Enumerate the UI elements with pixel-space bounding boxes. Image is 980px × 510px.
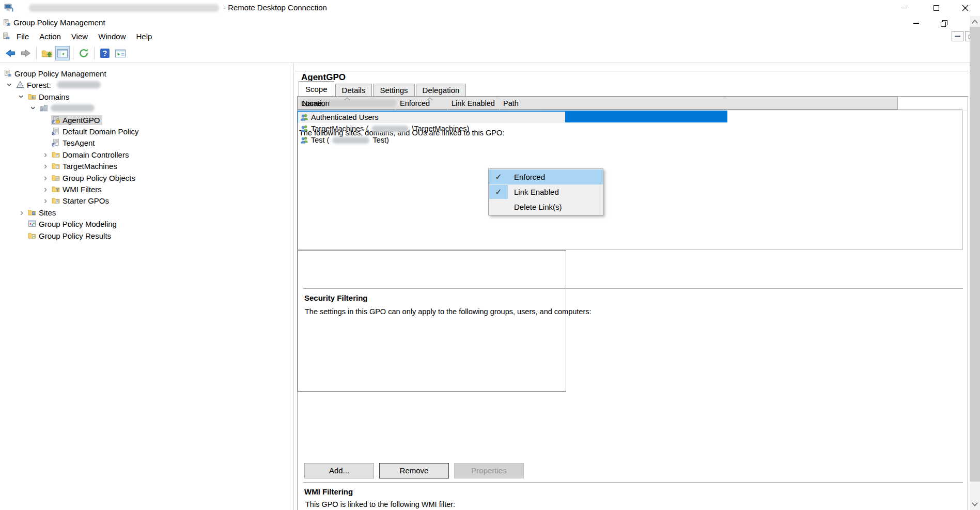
pane-splitter[interactable] [293,63,294,510]
back-button[interactable] [3,46,18,60]
gpmc-restore-button[interactable] [936,18,952,29]
show-console-tree-button[interactable] [55,46,70,60]
users-icon [300,125,308,133]
menu-file[interactable]: File [11,30,34,42]
rdp-maximize-button[interactable] [927,1,945,16]
restore-icon [941,20,947,26]
checked-gutter: ✓ [489,185,508,199]
gutter [489,200,508,214]
menu-view[interactable]: View [66,30,93,42]
refresh-button[interactable] [76,46,91,60]
scroll-down-icon[interactable] [972,502,978,506]
tree-item-starter-gpos[interactable]: Starter GPOs [0,195,292,206]
rdp-titlebar: - Remote Desktop Connection [0,0,980,16]
rdp-close-button[interactable] [956,1,974,16]
tree-expander-open-icon[interactable] [16,91,27,102]
tree-item-group-policy-management[interactable]: Group Policy Management [0,68,292,79]
remove-button[interactable]: Remove [379,463,449,478]
tree-item-targetmachines[interactable]: TargetMachines [0,160,292,172]
gpmc-icon [4,69,12,78]
tab-strip: ScopeDetailsSettingsDelegation [299,82,467,96]
tree-item-redacted-domain[interactable] [0,102,292,114]
tab-details[interactable]: Details [335,84,372,96]
security-row[interactable]: Authenticated Users [298,112,565,123]
menu-help[interactable]: Help [131,30,157,42]
menu-window[interactable]: Window [93,30,131,42]
rdp-vertical-scrollbar[interactable] [970,16,980,510]
context-menu-item-link-enabled[interactable]: ✓Link Enabled [489,184,603,199]
ou-icon [52,162,60,170]
tree-item-label: Forest: [27,81,51,89]
tree-item-forest[interactable]: Forest: [0,79,292,90]
tree-expander-closed-icon[interactable] [40,195,51,206]
tree-item-domain-controllers[interactable]: Domain Controllers [0,149,292,160]
console-child-icon [2,32,10,40]
rdp-title: - Remote Desktop Connection [223,3,327,12]
tree-item-label: TargetMachines [63,162,117,171]
gpmc-app-icon [3,19,11,27]
tree-item-label: TesAgent [63,138,95,147]
tree-item-group-policy-objects[interactable]: Group Policy Objects [0,172,292,183]
domains-icon [28,92,36,101]
forward-button[interactable] [19,46,33,60]
security-table-header[interactable]: Name [298,97,968,111]
scrollbar-thumb[interactable] [970,27,980,482]
starter-icon [52,196,60,205]
tree-expander-closed-icon[interactable] [40,172,51,183]
expander-placeholder [16,218,27,229]
tree-expander-closed-icon[interactable] [16,207,27,218]
context-menu-item-enforced[interactable]: ✓Enforced [489,169,603,184]
security-column-name: Name [302,99,322,107]
tree-item-wmi-filters[interactable]: WMI Filters [0,183,292,195]
tree-item-sites[interactable]: Sites [0,207,292,218]
tree-node: AgentGPO [51,115,102,125]
tree-expander-open-icon[interactable] [28,102,39,114]
scroll-up-icon[interactable] [972,20,978,24]
security-row-name: TargetMachines ( [311,125,368,133]
tab-delegation[interactable]: Delegation [416,84,466,96]
tree-item-group-policy-modeling[interactable]: Group Policy Modeling [0,218,292,229]
users-icon [300,136,308,144]
tree-item-tesagent[interactable]: TesAgent [0,137,292,148]
tab-settings[interactable]: Settings [373,84,414,96]
expander-placeholder [40,137,51,148]
child-minimize-button[interactable] [952,31,963,41]
tree-expander-closed-icon[interactable] [40,183,51,195]
new-window-button[interactable] [113,46,128,60]
security-row-name-suffix: Test) [372,136,388,144]
gpmc-minimize-button[interactable] [908,18,924,29]
help-button[interactable]: ? [98,46,112,60]
tree-expander-open-icon[interactable] [4,79,15,90]
wmi-filtering-heading: WMI Filtering [304,487,353,496]
add-button[interactable]: Add... [304,463,374,478]
sites-icon [28,208,36,217]
tree-item-label: Group Policy Results [39,231,111,240]
security-row[interactable]: Test (Test) [298,134,565,146]
tree-item-label: Domain Controllers [63,150,129,159]
tree-node: WMI Filters [51,184,104,194]
tree-item-default-domain-policy[interactable]: Default Domain Policy [0,126,292,137]
tree-expander-closed-icon[interactable] [40,160,51,172]
tree-item-label: Domains [39,92,69,101]
link-context-menu: ✓Enforced✓Link EnabledDelete Link(s) [488,168,603,215]
tree-item-group-policy-results[interactable]: Group Policy Results [0,230,292,241]
minimize-icon [955,36,960,36]
tree-node: Group Policy Objects [51,173,137,183]
context-menu-item-delete-link-s[interactable]: Delete Link(s) [489,199,603,214]
security-row[interactable]: TargetMachines (\TargetMachines) [298,123,565,134]
back-icon [5,48,16,59]
tree-item-label: Default Domain Policy [63,127,139,136]
svg-text:?: ? [103,49,107,57]
rdp-minimize-button[interactable] [895,1,913,16]
gpo-lock-icon [52,116,60,124]
tree-item-label: Sites [39,208,56,217]
redacted-text [332,137,369,144]
tree-item-agentgpo[interactable]: AgentGPO [0,114,292,126]
tab-scope[interactable]: Scope [299,81,334,96]
menu-action[interactable]: Action [34,30,66,42]
up-one-level-button[interactable] [40,46,54,60]
tree-expander-closed-icon[interactable] [40,149,51,160]
tree-item-label: AgentGPO [63,116,100,125]
redacted-text [371,126,409,132]
tree-item-domains[interactable]: Domains [0,91,292,102]
